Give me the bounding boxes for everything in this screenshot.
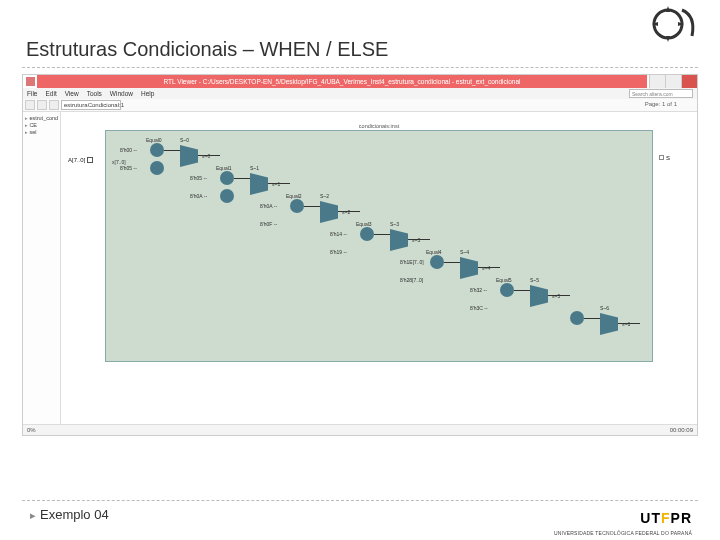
utfpr-logo: UTFPR (640, 510, 692, 526)
mux-label: S~6 (600, 305, 609, 311)
comparator-label: Equal2 (286, 193, 302, 199)
wire (514, 290, 530, 291)
wire (268, 183, 290, 184)
status-left: 0% (27, 427, 36, 433)
wire (618, 323, 640, 324)
output-port: S (659, 155, 670, 161)
stage-5: Equal58'h32 --8'h3C --S~5s~5 (500, 283, 580, 343)
wire (548, 295, 570, 296)
wire (478, 267, 500, 268)
menubar: File Edit View Tools Window Help (23, 88, 697, 99)
stage-6: S~6s~6 (570, 311, 650, 371)
input-port: A[7..0] (68, 157, 93, 163)
comparator-label: Equal1 (216, 165, 232, 171)
const-label: 8'h0A -- (260, 203, 277, 209)
const-label: 8'h0A -- (190, 193, 207, 199)
body-area: estrut_cond CE sel condicionais:inst A[7… (23, 112, 697, 424)
hierarchy-panel[interactable]: estrut_cond CE sel (23, 112, 61, 424)
input-port-label: A[7..0] (68, 157, 85, 163)
out-label: s~1 (272, 181, 280, 187)
menu-tools[interactable]: Tools (87, 90, 102, 97)
const-label: 8'h19 -- (330, 249, 347, 255)
tree-item[interactable]: CE (25, 122, 58, 128)
page-indicator: Page: 1 of 1 (645, 101, 677, 107)
toolbar: estruturaCondicional:1 (23, 99, 697, 112)
menu-file[interactable]: File (27, 90, 37, 97)
brand-suffix: PR (671, 510, 692, 526)
status-right: 00:00:09 (670, 427, 693, 433)
window-title: RTL Viewer - C:/Users/DESKTOP-EN_5/Deskt… (37, 75, 647, 88)
mux-icon (320, 201, 338, 223)
maximize-button[interactable] (665, 75, 681, 88)
comparator-icon (220, 171, 234, 185)
comparator-label: Equal4 (426, 249, 442, 255)
comparator-icon (430, 255, 444, 269)
wire (164, 150, 180, 151)
wire (444, 262, 460, 263)
brand-prefix: UT (640, 510, 661, 526)
mux-label: S~5 (530, 277, 539, 283)
statusbar: 0% 00:00:09 (23, 424, 697, 435)
svg-point-0 (654, 10, 682, 38)
schematic-block: condicionais:inst A[7..0] x[7..0] S Equa… (105, 130, 653, 362)
const-label: 8'h1E[7..0] (400, 259, 424, 265)
wire (304, 206, 320, 207)
tree-item[interactable]: sel (25, 129, 58, 135)
wire (374, 234, 390, 235)
comparator-icon (570, 311, 584, 325)
brand-mid: F (661, 510, 671, 526)
output-port-label: S (666, 155, 670, 161)
mux-icon (250, 173, 268, 195)
out-label: s~5 (552, 293, 560, 299)
minimize-button[interactable] (649, 75, 665, 88)
comparator-icon (220, 189, 234, 203)
out-label: s~2 (342, 209, 350, 215)
institution-gear-logo (646, 2, 700, 46)
mux-label: S~4 (460, 249, 469, 255)
tree-item[interactable]: estrut_cond (25, 115, 58, 121)
mux-label: S~3 (390, 221, 399, 227)
const-label: 8'h05 -- (120, 165, 137, 171)
menu-view[interactable]: View (65, 90, 79, 97)
wire (584, 318, 600, 319)
out-label: s~6 (622, 321, 630, 327)
wire (408, 239, 430, 240)
search-input[interactable]: Search altera.com (629, 89, 693, 98)
toolbar-back-button[interactable] (25, 100, 35, 110)
mux-label: S~1 (250, 165, 259, 171)
close-button[interactable] (681, 75, 697, 88)
utfpr-subtitle: UNIVERSIDADE TECNOLÓGICA FEDERAL DO PARA… (554, 530, 692, 536)
mux-label: S~2 (320, 193, 329, 199)
wire (338, 211, 360, 212)
schematic-canvas[interactable]: condicionais:inst A[7..0] x[7..0] S Equa… (61, 112, 697, 424)
menu-help[interactable]: Help (141, 90, 154, 97)
divider-top (22, 67, 698, 68)
mux-icon (390, 229, 408, 251)
toolbar-refresh-button[interactable] (49, 100, 59, 110)
const-label: 8'h14 -- (330, 231, 347, 237)
comparator-icon (150, 143, 164, 157)
mux-icon (530, 285, 548, 307)
mux-icon (600, 313, 618, 335)
schematic-title: condicionais:inst (359, 123, 399, 129)
const-label: 8'h3C -- (470, 305, 488, 311)
const-label: 8'h05 -- (190, 175, 207, 181)
wire (234, 178, 250, 179)
mux-icon (460, 257, 478, 279)
app-icon (26, 77, 35, 86)
out-label: s~0 (202, 153, 210, 159)
menu-edit[interactable]: Edit (45, 90, 56, 97)
comparator-icon (290, 199, 304, 213)
const-label: 8'h00 -- (120, 147, 137, 153)
toolbar-forward-button[interactable] (37, 100, 47, 110)
comparator-icon (360, 227, 374, 241)
menu-window[interactable]: Window (110, 90, 133, 97)
const-label: 8'h32 -- (470, 287, 487, 293)
wire (198, 155, 220, 156)
comparator-icon (150, 161, 164, 175)
comparator-label: Equal5 (496, 277, 512, 283)
divider-bottom (22, 500, 698, 501)
out-label: s~3 (412, 237, 420, 243)
comparator-label: Equal3 (356, 221, 372, 227)
design-selector[interactable]: estruturaCondicional:1 (61, 100, 121, 110)
